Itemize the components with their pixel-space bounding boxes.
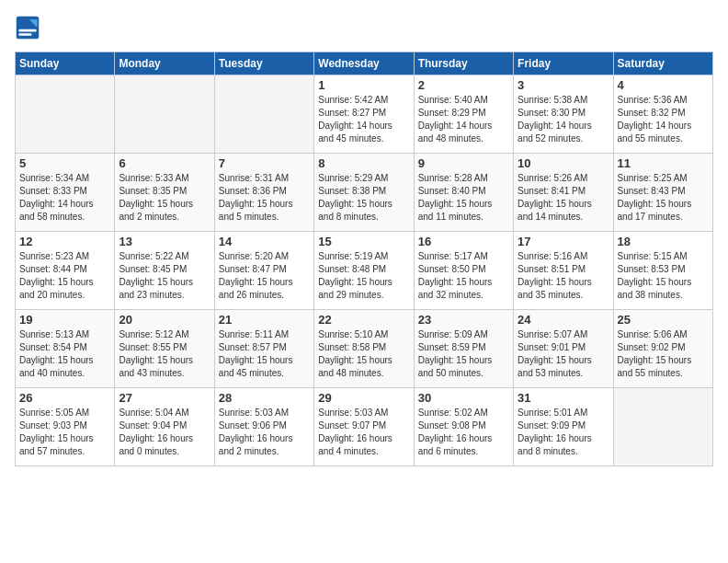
weekday-header-sunday: Sunday: [16, 52, 115, 75]
calendar-cell: [16, 75, 115, 154]
week-row-5: 26Sunrise: 5:05 AM Sunset: 9:03 PM Dayli…: [16, 388, 713, 466]
day-number: 25: [618, 313, 709, 327]
day-info: Sunrise: 5:26 AM Sunset: 8:41 PM Dayligh…: [518, 172, 609, 224]
day-number: 21: [219, 313, 310, 327]
day-info: Sunrise: 5:01 AM Sunset: 9:09 PM Dayligh…: [518, 407, 609, 458]
weekday-header-saturday: Saturday: [613, 52, 712, 75]
weekday-header-wednesday: Wednesday: [314, 52, 414, 75]
day-number: 10: [518, 156, 609, 170]
day-info: Sunrise: 5:12 AM Sunset: 8:55 PM Dayligh…: [119, 328, 210, 380]
weekday-header-row: SundayMondayTuesdayWednesdayThursdayFrid…: [16, 52, 713, 75]
day-info: Sunrise: 5:33 AM Sunset: 8:35 PM Dayligh…: [119, 172, 210, 224]
calendar-cell: 22Sunrise: 5:10 AM Sunset: 8:58 PM Dayli…: [314, 310, 414, 388]
day-info: Sunrise: 5:05 AM Sunset: 9:03 PM Dayligh…: [19, 407, 110, 458]
calendar-cell: 21Sunrise: 5:11 AM Sunset: 8:57 PM Dayli…: [214, 310, 313, 388]
day-info: Sunrise: 5:42 AM Sunset: 8:27 PM Dayligh…: [318, 94, 409, 145]
day-number: 19: [19, 313, 110, 327]
page-header: [15, 15, 713, 40]
day-info: Sunrise: 5:31 AM Sunset: 8:36 PM Dayligh…: [219, 172, 310, 224]
calendar-cell: 19Sunrise: 5:13 AM Sunset: 8:54 PM Dayli…: [16, 310, 115, 388]
calendar-cell: 15Sunrise: 5:19 AM Sunset: 8:48 PM Dayli…: [314, 232, 414, 310]
day-number: 5: [19, 156, 110, 170]
day-number: 8: [318, 156, 409, 170]
calendar-cell: 6Sunrise: 5:33 AM Sunset: 8:35 PM Daylig…: [115, 154, 214, 232]
logo: [15, 15, 44, 40]
week-row-1: 1Sunrise: 5:42 AM Sunset: 8:27 PM Daylig…: [16, 75, 713, 154]
calendar-cell: 7Sunrise: 5:31 AM Sunset: 8:36 PM Daylig…: [214, 154, 313, 232]
day-number: 12: [19, 235, 110, 248]
day-info: Sunrise: 5:29 AM Sunset: 8:38 PM Dayligh…: [318, 172, 409, 224]
day-number: 11: [618, 156, 709, 170]
calendar-cell: 10Sunrise: 5:26 AM Sunset: 8:41 PM Dayli…: [514, 154, 613, 232]
day-number: 16: [418, 235, 509, 248]
week-row-2: 5Sunrise: 5:34 AM Sunset: 8:33 PM Daylig…: [16, 154, 713, 232]
calendar-cell: 18Sunrise: 5:15 AM Sunset: 8:53 PM Dayli…: [613, 232, 712, 310]
day-info: Sunrise: 5:13 AM Sunset: 8:54 PM Dayligh…: [19, 328, 110, 380]
day-number: 7: [219, 156, 310, 170]
calendar-cell: 30Sunrise: 5:02 AM Sunset: 9:08 PM Dayli…: [414, 388, 513, 466]
day-number: 28: [219, 391, 310, 405]
calendar-cell: 26Sunrise: 5:05 AM Sunset: 9:03 PM Dayli…: [16, 388, 115, 466]
calendar-cell: 16Sunrise: 5:17 AM Sunset: 8:50 PM Dayli…: [414, 232, 513, 310]
calendar-cell: [115, 75, 214, 154]
day-number: 13: [119, 235, 210, 248]
calendar-table: SundayMondayTuesdayWednesdayThursdayFrid…: [15, 52, 713, 466]
day-info: Sunrise: 5:02 AM Sunset: 9:08 PM Dayligh…: [418, 407, 509, 458]
day-info: Sunrise: 5:36 AM Sunset: 8:32 PM Dayligh…: [618, 94, 709, 145]
day-number: 1: [318, 78, 409, 92]
day-number: 4: [618, 78, 709, 92]
day-number: 17: [518, 235, 609, 248]
day-info: Sunrise: 5:28 AM Sunset: 8:40 PM Dayligh…: [418, 172, 509, 224]
day-number: 15: [318, 235, 409, 248]
calendar-cell: 1Sunrise: 5:42 AM Sunset: 8:27 PM Daylig…: [314, 75, 414, 154]
day-info: Sunrise: 5:07 AM Sunset: 9:01 PM Dayligh…: [518, 328, 609, 380]
calendar-cell: 25Sunrise: 5:06 AM Sunset: 9:02 PM Dayli…: [613, 310, 712, 388]
day-info: Sunrise: 5:10 AM Sunset: 8:58 PM Dayligh…: [318, 328, 409, 380]
calendar-cell: 29Sunrise: 5:03 AM Sunset: 9:07 PM Dayli…: [314, 388, 414, 466]
calendar-cell: 12Sunrise: 5:23 AM Sunset: 8:44 PM Dayli…: [16, 232, 115, 310]
day-number: 29: [318, 391, 409, 405]
day-info: Sunrise: 5:11 AM Sunset: 8:57 PM Dayligh…: [219, 328, 310, 380]
calendar-cell: 20Sunrise: 5:12 AM Sunset: 8:55 PM Dayli…: [115, 310, 214, 388]
calendar-cell: 28Sunrise: 5:03 AM Sunset: 9:06 PM Dayli…: [214, 388, 313, 466]
calendar-cell: 2Sunrise: 5:40 AM Sunset: 8:29 PM Daylig…: [414, 75, 513, 154]
day-info: Sunrise: 5:09 AM Sunset: 8:59 PM Dayligh…: [418, 328, 509, 380]
day-info: Sunrise: 5:22 AM Sunset: 8:45 PM Dayligh…: [119, 250, 210, 302]
day-info: Sunrise: 5:19 AM Sunset: 8:48 PM Dayligh…: [318, 250, 409, 302]
day-number: 18: [618, 235, 709, 248]
day-info: Sunrise: 5:03 AM Sunset: 9:07 PM Dayligh…: [318, 407, 409, 458]
logo-icon: [15, 15, 40, 40]
weekday-header-thursday: Thursday: [414, 52, 513, 75]
day-number: 24: [518, 313, 609, 327]
day-info: Sunrise: 5:25 AM Sunset: 8:43 PM Dayligh…: [618, 172, 709, 224]
day-info: Sunrise: 5:03 AM Sunset: 9:06 PM Dayligh…: [219, 407, 310, 458]
day-info: Sunrise: 5:16 AM Sunset: 8:51 PM Dayligh…: [518, 250, 609, 302]
day-info: Sunrise: 5:23 AM Sunset: 8:44 PM Dayligh…: [19, 250, 110, 302]
day-info: Sunrise: 5:06 AM Sunset: 9:02 PM Dayligh…: [618, 328, 709, 380]
weekday-header-friday: Friday: [514, 52, 613, 75]
day-info: Sunrise: 5:38 AM Sunset: 8:30 PM Dayligh…: [518, 94, 609, 145]
day-number: 20: [119, 313, 210, 327]
week-row-3: 12Sunrise: 5:23 AM Sunset: 8:44 PM Dayli…: [16, 232, 713, 310]
calendar-cell: 31Sunrise: 5:01 AM Sunset: 9:09 PM Dayli…: [514, 388, 613, 466]
day-number: 27: [119, 391, 210, 405]
calendar-cell: 14Sunrise: 5:20 AM Sunset: 8:47 PM Dayli…: [214, 232, 313, 310]
day-number: 3: [518, 78, 609, 92]
calendar-cell: 9Sunrise: 5:28 AM Sunset: 8:40 PM Daylig…: [414, 154, 513, 232]
week-row-4: 19Sunrise: 5:13 AM Sunset: 8:54 PM Dayli…: [16, 310, 713, 388]
day-info: Sunrise: 5:17 AM Sunset: 8:50 PM Dayligh…: [418, 250, 509, 302]
calendar-cell: 11Sunrise: 5:25 AM Sunset: 8:43 PM Dayli…: [613, 154, 712, 232]
svg-rect-2: [18, 29, 36, 32]
calendar-cell: 5Sunrise: 5:34 AM Sunset: 8:33 PM Daylig…: [16, 154, 115, 232]
day-number: 26: [19, 391, 110, 405]
weekday-header-monday: Monday: [115, 52, 214, 75]
day-number: 14: [219, 235, 310, 248]
calendar-cell: 8Sunrise: 5:29 AM Sunset: 8:38 PM Daylig…: [314, 154, 414, 232]
day-info: Sunrise: 5:20 AM Sunset: 8:47 PM Dayligh…: [219, 250, 310, 302]
calendar-cell: [214, 75, 313, 154]
calendar-cell: 23Sunrise: 5:09 AM Sunset: 8:59 PM Dayli…: [414, 310, 513, 388]
day-number: 9: [418, 156, 509, 170]
day-number: 2: [418, 78, 509, 92]
weekday-header-tuesday: Tuesday: [214, 52, 313, 75]
calendar-cell: 3Sunrise: 5:38 AM Sunset: 8:30 PM Daylig…: [514, 75, 613, 154]
